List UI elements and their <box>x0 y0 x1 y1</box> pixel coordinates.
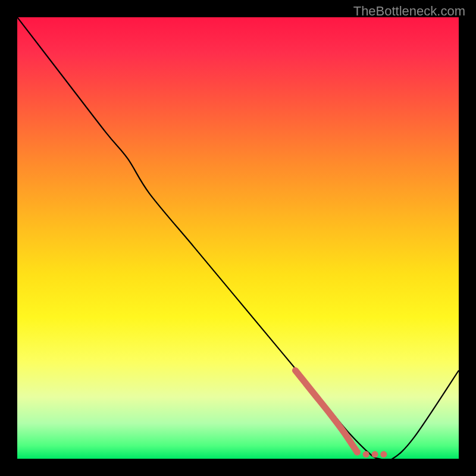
svg-point-2 <box>372 451 378 458</box>
svg-point-3 <box>380 451 387 458</box>
watermark-text: TheBottleneck.com <box>353 4 465 19</box>
svg-point-1 <box>363 451 369 458</box>
main-curve <box>17 17 459 459</box>
svg-point-0 <box>354 449 361 455</box>
chart-area <box>17 17 459 459</box>
chart-svg <box>17 17 459 459</box>
highlight-segment <box>295 371 387 458</box>
